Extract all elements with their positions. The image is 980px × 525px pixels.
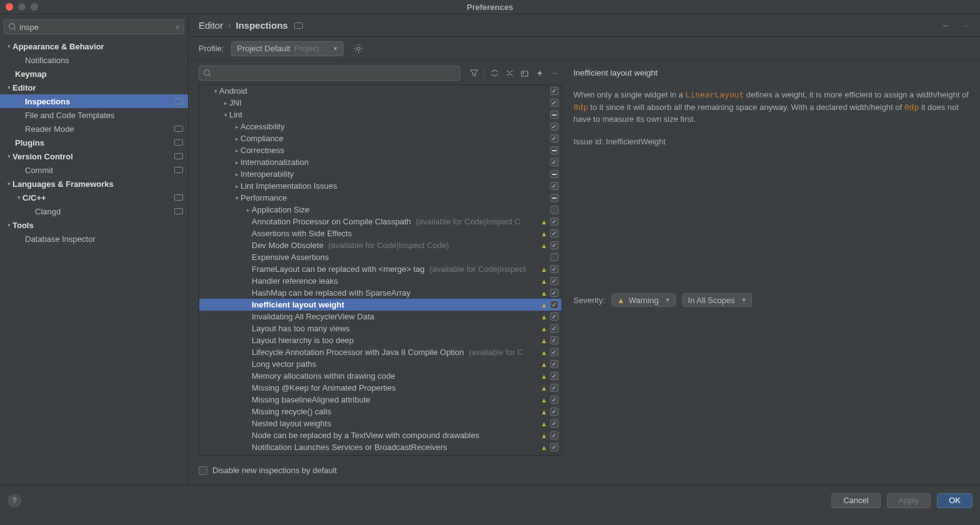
tree-checkbox[interactable] [549,443,559,451]
tree-checkbox[interactable] [549,182,559,190]
tree-row[interactable]: Notification Launches Services or Broadc… [199,441,562,453]
tree-row[interactable]: ▸Lint Implementation Issues [199,180,562,192]
tree-row[interactable]: ▸Correctness [199,144,562,156]
tree-checkbox[interactable] [549,158,559,166]
tree-row[interactable]: Missing baselineAligned attribute▲ [199,394,562,406]
tree-row[interactable]: ▾Lint [199,109,562,121]
clear-search-icon[interactable]: × [175,22,180,32]
breadcrumb-parent[interactable]: Editor [199,20,223,31]
tree-row[interactable]: ▸Application Size [199,204,562,216]
cancel-button[interactable]: Cancel [831,493,880,508]
gear-icon[interactable] [351,41,366,56]
tree-checkbox[interactable] [549,122,559,131]
tree-checkbox[interactable] [549,372,559,380]
nav-item[interactable]: File and Code Templates [0,108,188,122]
disable-checkbox[interactable] [199,466,207,475]
tree-row[interactable]: ▾Performance [199,192,562,204]
collapse-all-icon[interactable] [502,66,517,81]
tree-row[interactable]: Lifecycle Annotation Processor with Java… [199,346,562,358]
inspections-tree[interactable]: ▾Android▸JNI▾Lint▸Accessibility▸Complian… [199,84,562,456]
tree-row[interactable]: ▸Internationalization [199,156,562,168]
add-icon[interactable]: + [532,66,547,81]
tree-row[interactable]: Annotation Processor on Compile Classpat… [199,216,562,228]
tree-row[interactable]: ▸Accessibility [199,121,562,132]
sidebar-search-input[interactable] [19,22,175,32]
nav-item[interactable]: ▾Appearance & Behavior [0,39,188,53]
filter-icon[interactable] [467,66,482,81]
severity-select[interactable]: ▲ Warning ▼ [611,293,676,307]
tree-row[interactable]: Layout has too many views▲ [199,322,562,334]
nav-item[interactable]: Plugins [0,136,188,149]
tree-row[interactable]: ▾Android [199,85,562,97]
nav-item[interactable]: Reader Mode [0,122,188,136]
tree-checkbox[interactable] [549,312,559,321]
tree-checkbox[interactable] [549,348,559,356]
tree-row[interactable]: ▸Interoperability [199,168,562,180]
profile-select[interactable]: Project Default Project ▼ [231,41,344,56]
tree-checkbox[interactable] [549,99,559,107]
nav-item[interactable]: ▾Editor [0,81,188,94]
tree-search[interactable] [199,66,460,81]
close-window-button[interactable] [6,3,13,11]
tree-row[interactable]: Invalidating All RecyclerView Data▲ [199,311,562,322]
tree-row[interactable]: Missing @Keep for Animated Properties▲ [199,382,562,394]
nav-item[interactable]: ▾C/C++ [0,191,188,204]
back-icon[interactable]: ← [941,20,951,31]
tree-checkbox[interactable] [549,206,559,214]
tree-checkbox[interactable] [549,134,559,142]
tree-checkbox[interactable] [549,229,559,238]
expand-all-icon[interactable] [487,66,502,81]
tree-row[interactable]: ▸Compliance [199,132,562,144]
nav-item[interactable]: Database Inspector [0,232,188,246]
tree-checkbox[interactable] [549,324,559,332]
tree-checkbox[interactable] [549,241,559,249]
tree-checkbox[interactable] [549,419,559,428]
nav-item[interactable]: ▾Version Control [0,149,188,163]
reset-icon[interactable] [517,66,532,81]
ok-button[interactable]: OK [937,493,973,508]
forward-icon[interactable]: → [960,20,970,31]
tree-checkbox[interactable] [549,253,559,261]
nav-item[interactable]: Inspections [0,94,188,108]
tree-row[interactable]: Node can be replaced by a TextView with … [199,429,562,441]
tree-checkbox[interactable] [549,111,559,119]
tree-row[interactable]: FrameLayout can be replaced with <merge>… [199,263,562,275]
tree-checkbox[interactable] [549,396,559,404]
tree-row[interactable]: Dev Mode Obsolete (available for Code|In… [199,239,562,251]
tree-checkbox[interactable] [549,170,559,178]
tree-row[interactable]: Long vector paths▲ [199,358,562,370]
tree-checkbox[interactable] [549,360,559,368]
remove-icon[interactable]: − [547,66,562,81]
tree-checkbox[interactable] [549,408,559,416]
nav-item[interactable]: Clangd [0,204,188,218]
tree-checkbox[interactable] [549,265,559,273]
tree-row[interactable]: Nested layout weights▲ [199,418,562,429]
nav-item[interactable]: ▾Languages & Frameworks [0,177,188,191]
tree-checkbox[interactable] [549,289,559,297]
nav-item[interactable]: Commit [0,163,188,177]
tree-checkbox[interactable] [549,218,559,226]
tree-row[interactable]: Inefficient layout weight▲ [199,299,562,311]
help-button[interactable]: ? [7,494,21,508]
tree-checkbox[interactable] [549,336,559,344]
nav-item[interactable]: Keymap [0,67,188,81]
sidebar-search[interactable]: × [4,19,184,34]
tree-search-input[interactable] [214,69,456,78]
tree-checkbox[interactable] [549,194,559,202]
apply-button[interactable]: Apply [887,493,931,508]
nav-item[interactable]: ▾Tools [0,218,188,232]
tree-row[interactable]: Expensive Assertions [199,251,562,263]
tree-row[interactable]: Layout hierarchy is too deep▲ [199,334,562,346]
minimize-window-button[interactable] [18,3,26,11]
tree-row[interactable]: Missing recycle() calls▲ [199,406,562,418]
tree-checkbox[interactable] [549,87,559,95]
tree-row[interactable]: Handler reference leaks▲ [199,275,562,287]
tree-checkbox[interactable] [549,384,559,392]
tree-checkbox[interactable] [549,146,559,154]
tree-row[interactable]: HashMap can be replaced with SparseArray… [199,287,562,299]
tree-row[interactable]: Memory allocations within drawing code▲ [199,370,562,382]
tree-row[interactable]: Assertions with Side Effects▲ [199,228,562,239]
tree-checkbox[interactable] [549,277,559,285]
tree-row[interactable]: ▸JNI [199,97,562,109]
tree-checkbox[interactable] [549,301,559,309]
